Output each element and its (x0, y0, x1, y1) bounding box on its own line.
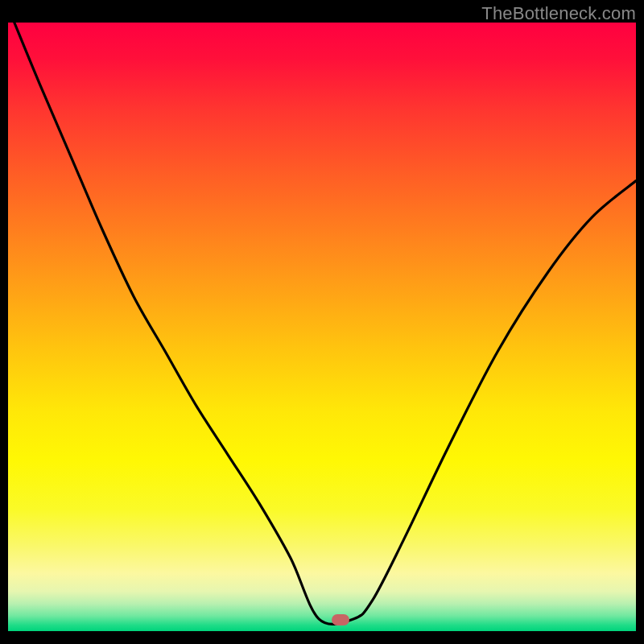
plot-area (8, 23, 636, 631)
chart-frame: TheBottleneck.com (0, 0, 644, 644)
optimal-point-marker (332, 614, 349, 625)
curve-layer (8, 23, 636, 631)
bottleneck-curve (14, 23, 636, 624)
watermark-text: TheBottleneck.com (481, 3, 636, 24)
